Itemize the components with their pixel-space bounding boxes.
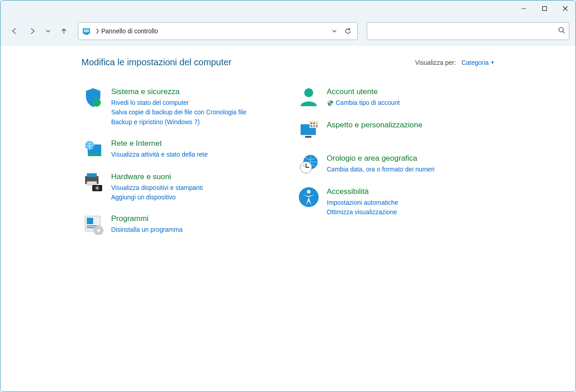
chevron-down-icon: ▼ — [490, 60, 495, 65]
svg-rect-31 — [316, 122, 317, 124]
user-icon — [297, 86, 320, 109]
program-disc-icon — [81, 212, 105, 236]
svg-point-9 — [93, 99, 101, 107]
svg-rect-33 — [313, 125, 315, 127]
toolbar: ❯ Pannello di controllo — [0, 17, 576, 45]
uac-shield-icon — [327, 99, 334, 107]
category-system-security: Sistema e sicurezza Rivedi lo stato del … — [81, 86, 279, 127]
category-link[interactable]: Aggiungi un dispositivo — [111, 193, 203, 203]
content-area: Modifica le impostazioni del computer Vi… — [0, 45, 576, 392]
view-by: Visualizza per: Categoria ▼ — [415, 59, 495, 66]
minimize-button[interactable] — [513, 0, 534, 17]
category-link-text: Cambia tipo di account — [336, 98, 400, 108]
control-panel-icon — [82, 27, 91, 36]
svg-rect-29 — [310, 122, 312, 124]
header-row: Modifica le impostazioni del computer Vi… — [81, 57, 495, 68]
address-bar[interactable]: ❯ Pannello di controllo — [78, 22, 358, 40]
arrow-left-icon — [10, 27, 18, 35]
svg-rect-30 — [313, 122, 315, 124]
svg-point-18 — [96, 187, 98, 189]
category-title[interactable]: Rete e Internet — [111, 138, 208, 149]
left-column: Sistema e sicurezza Rivedi lo stato del … — [81, 86, 279, 246]
svg-rect-5 — [84, 29, 89, 32]
category-clock-region: L Orologio e area geografica Cambia data… — [297, 152, 495, 176]
breadcrumb-separator-icon: ❯ — [95, 28, 99, 34]
category-title[interactable]: Sistema e sicurezza — [111, 86, 246, 97]
recent-locations-button[interactable] — [43, 23, 54, 39]
category-link[interactable]: Cambia tipo di account — [327, 98, 400, 108]
arrow-right-icon — [28, 27, 36, 35]
maximize-button[interactable] — [534, 0, 555, 17]
printer-camera-icon — [81, 171, 105, 194]
category-link[interactable]: Rivedi lo stato del computer — [111, 98, 246, 108]
view-by-label: Visualizza per: — [415, 59, 456, 66]
category-title[interactable]: Programmi — [111, 213, 183, 224]
category-link[interactable]: Disinstalla un programma — [111, 225, 183, 235]
control-panel-window: ❯ Pannello di controllo Modifica le impo… — [0, 0, 576, 392]
category-network-internet: Rete e Internet Visualizza attività e st… — [81, 137, 279, 161]
svg-rect-20 — [87, 218, 93, 224]
svg-point-7 — [559, 27, 563, 32]
svg-rect-1 — [543, 7, 547, 11]
category-title[interactable]: Hardware e suoni — [111, 171, 203, 182]
svg-rect-11 — [88, 153, 101, 156]
category-link[interactable]: Salva copie di backup dei file con Crono… — [111, 108, 246, 117]
svg-rect-34 — [316, 125, 317, 127]
category-user-accounts: Account utente Cambia tipo di account — [297, 86, 495, 109]
search-bar[interactable] — [367, 22, 569, 40]
svg-rect-27 — [305, 136, 311, 138]
maximize-icon — [542, 6, 547, 11]
back-button[interactable] — [7, 23, 22, 39]
svg-line-8 — [563, 32, 565, 33]
search-input[interactable] — [371, 27, 558, 35]
arrow-up-icon — [60, 27, 68, 35]
category-title[interactable]: Orologio e area geografica — [327, 153, 435, 164]
search-icon — [558, 27, 565, 35]
svg-point-41 — [307, 190, 310, 194]
svg-point-25 — [304, 88, 313, 97]
svg-rect-14 — [87, 173, 97, 177]
category-appearance: Aspetto e personalizzazione — [297, 119, 495, 142]
breadcrumb-location[interactable]: Pannello di controllo — [101, 27, 158, 35]
category-link[interactable]: Impostazioni automatiche — [327, 198, 398, 208]
category-accessibility: Accessibilità Impostazioni automatiche O… — [297, 185, 495, 217]
view-by-value: Categoria — [461, 59, 489, 66]
category-link[interactable]: Visualizza dispositivi e stampanti — [111, 183, 203, 193]
right-column: Account utente Cambia tipo di account — [297, 86, 495, 246]
address-dropdown-button[interactable] — [328, 24, 341, 38]
accessibility-icon — [297, 185, 320, 209]
globe-monitor-icon — [81, 137, 105, 161]
minimize-icon — [521, 6, 526, 11]
titlebar — [0, 0, 576, 17]
svg-text:L: L — [303, 163, 306, 167]
close-icon — [562, 6, 568, 11]
refresh-button[interactable] — [341, 24, 355, 38]
forward-button[interactable] — [25, 23, 40, 39]
chevron-down-icon — [332, 28, 337, 34]
chevron-down-icon — [45, 28, 51, 34]
shield-icon — [81, 86, 105, 109]
monitor-personalize-icon — [297, 119, 320, 142]
svg-rect-6 — [85, 34, 88, 35]
close-button[interactable] — [555, 0, 576, 17]
refresh-icon — [344, 27, 351, 35]
category-link[interactable]: Visualizza attività e stato della rete — [111, 150, 208, 160]
svg-rect-32 — [310, 125, 312, 127]
category-title[interactable]: Account utente — [327, 86, 400, 97]
category-link[interactable]: Cambia data, ora o formato dei numeri — [327, 165, 435, 175]
category-title[interactable]: Accessibilità — [327, 186, 398, 197]
up-button[interactable] — [56, 23, 72, 39]
category-programs: Programmi Disinstalla un programma — [81, 212, 279, 236]
category-title[interactable]: Aspetto e personalizzazione — [327, 120, 423, 131]
category-link[interactable]: Backup e ripristino (Windows 7) — [111, 117, 246, 127]
svg-point-24 — [97, 229, 100, 232]
category-link[interactable]: Ottimizza visualizzazione — [327, 207, 398, 217]
page-title: Modifica le impostazioni del computer — [81, 57, 232, 68]
clock-globe-icon: L — [297, 152, 320, 176]
view-by-dropdown[interactable]: Categoria ▼ — [461, 59, 495, 66]
category-hardware-sound: Hardware e suoni Visualizza dispositivi … — [81, 171, 279, 203]
category-columns: Sistema e sicurezza Rivedi lo stato del … — [81, 86, 495, 246]
